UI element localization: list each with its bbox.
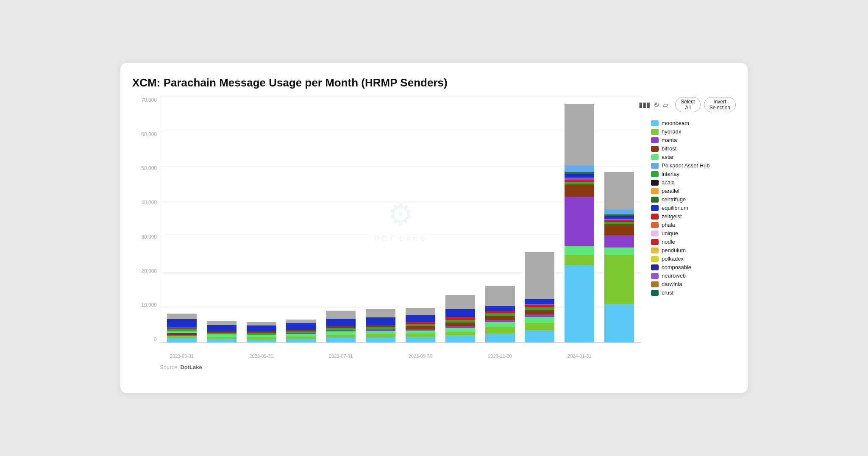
legend-label: crust	[662, 289, 673, 296]
y-axis-label: 70,000	[131, 97, 157, 103]
legend-label: polkadex	[662, 256, 684, 262]
select-all-button[interactable]: Select All	[675, 97, 700, 112]
bar-segment	[485, 327, 515, 334]
x-axis-label: 2023-05-31	[244, 353, 279, 359]
legend-label: parallel	[662, 188, 679, 194]
legend-item[interactable]: darwinia	[651, 281, 736, 287]
x-axis-label: 2023-09-30	[403, 353, 438, 359]
legend-item[interactable]: equilibrium	[651, 205, 736, 211]
y-axis: 010,00020,00030,00040,00050,00060,00070,…	[131, 97, 157, 342]
legend-item[interactable]: hydradx	[651, 128, 736, 135]
bars-container	[160, 97, 641, 342]
y-axis-label: 50,000	[131, 165, 157, 171]
bar-segment	[445, 332, 475, 335]
y-axis-label: 40,000	[131, 200, 157, 206]
bar-stack	[525, 252, 554, 342]
bar-segment	[445, 309, 475, 317]
bar-segment	[445, 295, 475, 309]
legend-item[interactable]: pendulum	[651, 247, 736, 253]
invert-selection-button[interactable]: Invert Selection	[704, 97, 736, 112]
legend-color-swatch	[651, 256, 659, 262]
bar-group	[204, 97, 239, 342]
x-axis-label: 2023-07-31	[323, 353, 358, 359]
bar-segment	[366, 317, 395, 325]
bar-segment	[604, 255, 634, 304]
chart-title: XCM: Parachain Message Usage per Month (…	[132, 76, 736, 89]
legend-label: phala	[662, 222, 675, 228]
bar-stack	[445, 295, 475, 342]
legend-item[interactable]: Polkadot Asset Hub	[651, 162, 736, 169]
bar-segment	[247, 322, 276, 325]
legend-color-swatch	[651, 146, 659, 152]
legend-item[interactable]: polkadex	[651, 256, 736, 262]
bar-segment	[525, 310, 554, 314]
bar-segment	[525, 323, 554, 330]
legend-item[interactable]: bifrost	[651, 145, 736, 152]
bar-segment	[565, 255, 594, 265]
legend-item[interactable]: zeitgeist	[651, 213, 736, 220]
x-axis: 2023-03-312023-05-312023-07-312023-09-30…	[160, 353, 641, 359]
bar-segment	[604, 247, 634, 255]
bar-segment	[286, 323, 316, 330]
bar-stack	[286, 320, 316, 342]
legend-color-swatch	[651, 180, 659, 186]
bar-segment	[406, 334, 435, 336]
bar-group	[522, 97, 557, 342]
x-axis-label	[522, 353, 557, 359]
legend-item[interactable]: acala	[651, 179, 736, 186]
legend-color-swatch	[651, 137, 659, 143]
legend-item[interactable]: parallel	[651, 188, 736, 194]
x-axis-label: 2024-01-31	[562, 353, 597, 359]
bar-segment	[565, 165, 594, 172]
legend-label: manta	[662, 137, 677, 143]
bar-segment	[406, 315, 435, 322]
bar-segment	[326, 335, 356, 338]
bar-segment	[326, 331, 356, 334]
legend-item[interactable]: crust	[651, 289, 736, 296]
x-axis-label: 2023-03-31	[164, 353, 199, 359]
legend-item[interactable]: composable	[651, 264, 736, 270]
legend-item[interactable]: astar	[651, 154, 736, 160]
bar-stack	[366, 309, 395, 342]
bar-stack	[167, 314, 197, 342]
bar-segment	[445, 323, 475, 326]
bar-segment	[366, 309, 395, 317]
bar-segment	[167, 319, 197, 328]
legend-label: astar	[662, 154, 674, 160]
legend-item[interactable]: nodle	[651, 239, 736, 245]
chart-area: ⚙ DOT LAKE 010,00020,00030,00040,00050,0…	[132, 97, 736, 370]
bar-group	[164, 97, 199, 342]
bar-segment	[604, 209, 634, 214]
bar-segment	[406, 308, 435, 315]
legend-item[interactable]: moonbeam	[651, 120, 736, 126]
legend-color-swatch	[651, 264, 659, 270]
bar-segment	[485, 286, 515, 306]
legend-item[interactable]: interlay	[651, 171, 736, 177]
legend-label: zeitgeist	[662, 213, 682, 220]
x-axis-label: 2023-11-30	[483, 353, 517, 359]
sidebar-icons: ▮▮▮ ⎋ ▱	[639, 100, 668, 109]
legend-item[interactable]: centrifuge	[651, 196, 736, 203]
legend-label: centrifuge	[662, 196, 686, 203]
x-axis-label	[363, 353, 398, 359]
legend-item[interactable]: neuroweb	[651, 272, 736, 279]
legend-item[interactable]: unique	[651, 230, 736, 236]
bar-segment	[525, 317, 554, 323]
bar-segment	[247, 325, 276, 331]
chart-plot: ⚙ DOT LAKE 010,00020,00030,00040,00050,0…	[160, 97, 641, 343]
bar-segment	[525, 330, 554, 342]
y-axis-label: 10,000	[131, 302, 157, 308]
legend-label: acala	[662, 179, 675, 186]
legend-item[interactable]: phala	[651, 222, 736, 228]
legend-color-swatch	[651, 129, 659, 135]
source-text: Source: DotLake	[160, 364, 641, 370]
layers-icon[interactable]: ▱	[663, 100, 668, 109]
legend-color-swatch	[651, 188, 659, 194]
legend-label: moonbeam	[662, 120, 689, 126]
line-chart-icon[interactable]: ⎋	[654, 100, 659, 109]
bar-segment	[604, 172, 634, 209]
legend-item[interactable]: manta	[651, 137, 736, 143]
bar-stack	[207, 321, 236, 342]
y-axis-label: 60,000	[131, 131, 157, 137]
bar-segment	[485, 306, 515, 311]
